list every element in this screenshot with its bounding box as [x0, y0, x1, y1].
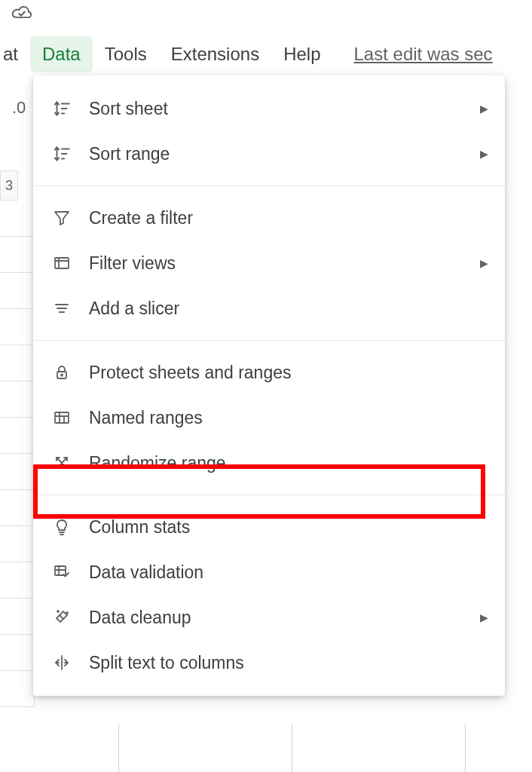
lock-icon [50, 360, 74, 384]
slicer-icon [50, 296, 74, 320]
randomize-icon [50, 451, 74, 475]
menu-separator [33, 185, 505, 186]
grid-columns-fragment [0, 724, 466, 772]
menu-item-data-cleanup[interactable]: Data cleanup ▶ [33, 595, 505, 640]
menu-separator [33, 495, 505, 495]
submenu-arrow-icon: ▶ [480, 611, 488, 623]
menu-item-filter-views[interactable]: Filter views ▶ [33, 240, 505, 286]
named-ranges-icon [50, 406, 74, 430]
menu-item-add-slicer[interactable]: Add a slicer [33, 286, 505, 331]
data-menu-dropdown: Sort sheet ▶ Sort range ▶ Create a filte… [33, 75, 505, 696]
menu-tools[interactable]: Tools [93, 36, 159, 72]
menu-label: Filter views [89, 253, 480, 274]
lightbulb-icon [50, 515, 74, 539]
menu-separator [33, 340, 505, 341]
data-validation-icon [50, 560, 74, 584]
last-edit-link[interactable]: Last edit was sec [354, 44, 493, 65]
menu-item-column-stats[interactable]: Column stats [33, 504, 505, 550]
sort-sheet-icon [50, 96, 74, 121]
menu-item-sort-range[interactable]: Sort range ▶ [33, 131, 505, 176]
menu-item-split-text[interactable]: Split text to columns [33, 640, 505, 685]
toolbar-decimal-fragment: .0 [12, 98, 26, 118]
menu-label: Protect sheets and ranges [89, 363, 488, 383]
menu-item-data-validation[interactable]: Data validation [33, 550, 505, 595]
menu-label: Create a filter [89, 208, 488, 228]
menu-extensions[interactable]: Extensions [159, 36, 271, 72]
menu-label: Column stats [89, 517, 488, 538]
grid-rows-fragment [0, 201, 35, 707]
svg-rect-3 [55, 412, 69, 423]
menu-data[interactable]: Data [30, 36, 93, 72]
menu-label: Sort range [89, 144, 480, 164]
split-text-icon [50, 651, 74, 675]
menu-item-create-filter[interactable]: Create a filter [33, 195, 505, 240]
menu-label: Named ranges [89, 408, 488, 428]
submenu-arrow-icon: ▶ [480, 257, 488, 269]
menu-help[interactable]: Help [271, 36, 332, 72]
menu-item-named-ranges[interactable]: Named ranges [33, 395, 505, 440]
menu-item-randomize-range[interactable]: Randomize range [33, 440, 505, 486]
menu-label: Data validation [89, 562, 488, 583]
column-header-cell[interactable]: 3 [0, 170, 18, 201]
submenu-arrow-icon: ▶ [480, 103, 488, 115]
sort-range-icon [50, 142, 74, 166]
menu-label: Data cleanup [89, 608, 480, 628]
submenu-arrow-icon: ▶ [480, 148, 488, 160]
filter-views-icon [50, 251, 74, 275]
menu-label: Sort sheet [89, 99, 480, 119]
menu-item-sort-sheet[interactable]: Sort sheet ▶ [33, 86, 505, 131]
menu-item-protect-sheets[interactable]: Protect sheets and ranges [33, 350, 505, 395]
menu-label: Split text to columns [89, 653, 488, 673]
menubar: at Data Tools Extensions Help Last edit … [0, 36, 493, 72]
menu-label: Add a slicer [89, 299, 488, 319]
data-cleanup-icon [50, 605, 74, 630]
menu-label: Randomize range [89, 453, 488, 473]
svg-rect-0 [55, 258, 69, 268]
cloud-save-icon[interactable] [11, 5, 33, 21]
filter-icon [50, 206, 74, 230]
svg-rect-4 [55, 566, 66, 575]
svg-point-2 [61, 375, 63, 376]
menu-format[interactable]: at [0, 36, 30, 72]
